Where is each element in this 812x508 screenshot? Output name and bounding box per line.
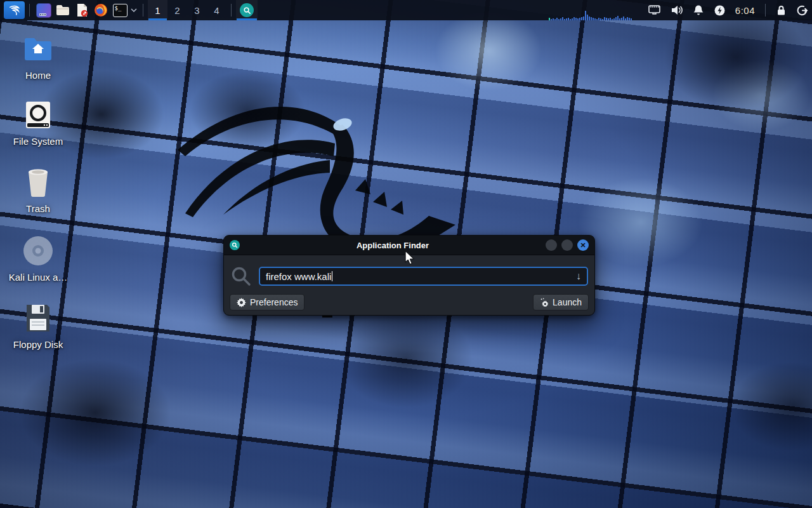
launch-button[interactable]: Launch <box>533 294 589 311</box>
desktop-item-label: Kali Linux a… <box>0 272 76 283</box>
window-icon <box>230 240 240 250</box>
trash-icon <box>23 167 53 197</box>
desktop-screen: $_ 1 2 3 4 <box>0 0 812 508</box>
desktop-item-label: Floppy Disk <box>0 339 76 350</box>
terminal-launcher[interactable]: $_ <box>110 1 129 20</box>
preferences-button[interactable]: Preferences <box>230 294 304 311</box>
text-editor-launcher[interactable] <box>72 1 91 20</box>
optical-disc-icon <box>23 236 53 266</box>
maximize-button[interactable] <box>561 239 573 251</box>
desktop-settings-launcher[interactable] <box>34 1 53 20</box>
lock-screen-icon[interactable] <box>776 4 787 16</box>
home-folder-icon <box>23 34 53 64</box>
launcher-chevron-down-icon[interactable] <box>129 1 138 20</box>
workspace-button-3[interactable]: 3 <box>187 0 207 20</box>
panel-separator <box>29 4 30 17</box>
top-panel: $_ 1 2 3 4 <box>0 0 812 20</box>
workspace-button-2[interactable]: 2 <box>167 0 187 20</box>
search-icon <box>230 265 252 287</box>
workspace-button-4[interactable]: 4 <box>207 0 226 20</box>
close-icon: ✕ <box>580 242 586 249</box>
file-manager-launcher[interactable] <box>53 1 72 20</box>
workspace-button-1[interactable]: 1 <box>148 0 167 20</box>
applications-menu-button[interactable] <box>4 1 25 19</box>
desktop-item-label: Trash <box>0 203 76 214</box>
panel-separator <box>765 4 766 17</box>
power-manager-icon[interactable] <box>714 4 726 17</box>
hard-drive-icon <box>23 100 53 130</box>
folder-icon <box>55 3 70 18</box>
notifications-bell-icon[interactable] <box>693 4 704 16</box>
search-input-value: firefox www.kali <box>266 271 331 282</box>
text-caret <box>332 271 332 281</box>
terminal-icon: $_ <box>113 4 128 17</box>
clock[interactable]: 6:04 <box>735 5 755 16</box>
gear-icon <box>237 298 246 307</box>
taskbar-application-finder[interactable] <box>236 0 258 20</box>
floppy-disk-icon <box>23 303 53 333</box>
close-button[interactable]: ✕ <box>577 239 589 251</box>
panel-separator <box>143 4 143 17</box>
launch-label: Launch <box>553 297 582 307</box>
desktop-item-kali-cd[interactable]: Kali Linux a… <box>0 236 76 283</box>
system-tray: 6:04 <box>648 4 808 17</box>
kali-logo-icon <box>8 3 22 17</box>
window-title: Application Finder <box>240 241 546 250</box>
desktop-item-floppy[interactable]: Floppy Disk <box>0 303 76 350</box>
cpu-graph[interactable] <box>549 0 639 20</box>
application-finder-icon <box>240 3 254 17</box>
launch-gear-icon <box>540 298 549 307</box>
desktop-item-trash[interactable]: Trash <box>0 167 76 214</box>
dropdown-arrow-icon[interactable]: ↓ <box>576 271 581 282</box>
desktop-icon <box>36 3 51 18</box>
desktop-item-file-system[interactable]: File System <box>0 100 76 147</box>
application-finder-window: Application Finder ✕ firefox www.kali ↓ <box>223 235 595 316</box>
panel-separator <box>231 4 232 17</box>
search-input[interactable]: firefox www.kali ↓ <box>259 267 588 286</box>
volume-icon[interactable] <box>671 4 683 16</box>
minimize-button[interactable] <box>546 239 557 251</box>
desktop-item-label: File System <box>0 136 76 147</box>
logout-icon[interactable] <box>796 4 808 17</box>
titlebar[interactable]: Application Finder ✕ <box>224 236 594 255</box>
desktop-item-home[interactable]: Home <box>0 34 76 81</box>
firefox-icon <box>93 3 108 18</box>
firefox-launcher[interactable] <box>91 1 110 20</box>
desktop-item-label: Home <box>0 70 76 81</box>
network-icon[interactable] <box>648 4 661 16</box>
text-editor-icon <box>74 3 89 18</box>
preferences-label: Preferences <box>250 297 298 307</box>
